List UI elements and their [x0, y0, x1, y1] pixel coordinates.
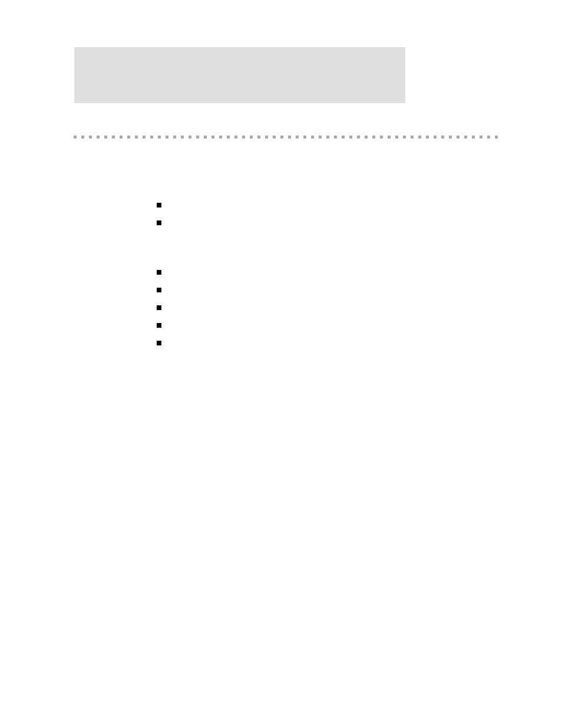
list-bullet	[157, 305, 161, 310]
list-bullet	[157, 203, 161, 207]
list-bullet	[157, 323, 161, 328]
bullet-lists	[157, 203, 161, 358]
list-bullet	[157, 288, 161, 292]
list-bullet	[157, 341, 161, 345]
list-bullet	[157, 220, 161, 225]
gray-header-box	[74, 47, 405, 103]
list-bullet	[157, 270, 161, 275]
dotted-divider	[74, 136, 500, 139]
